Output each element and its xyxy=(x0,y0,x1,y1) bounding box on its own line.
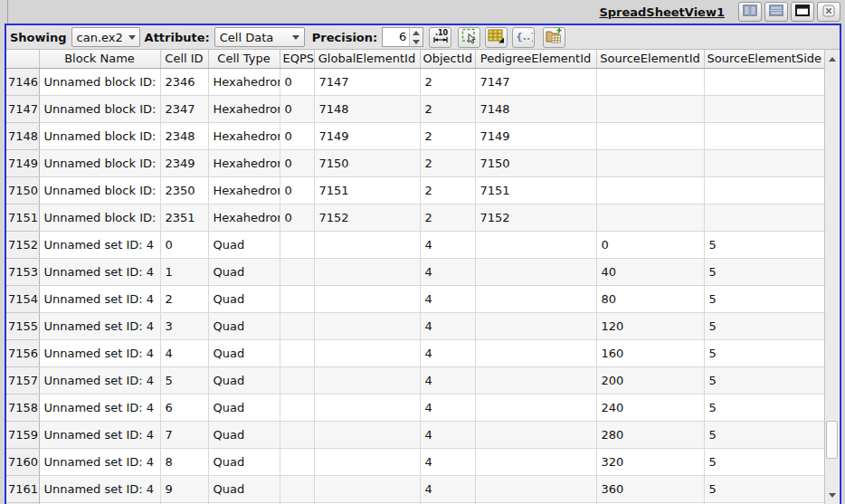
column-header-eqps[interactable]: EQPS xyxy=(280,50,314,68)
column-header-cell-type[interactable]: Cell Type xyxy=(208,50,280,68)
table-cell[interactable]: Unnamed set ID: 4 xyxy=(39,421,160,448)
table-cell[interactable]: 7150 xyxy=(475,149,596,176)
table-cell[interactable]: 120 xyxy=(596,312,704,339)
table-cell[interactable]: Quad xyxy=(208,448,280,475)
table-cell[interactable]: 7148 xyxy=(314,95,420,122)
table-cell[interactable] xyxy=(475,312,596,339)
table-cell[interactable] xyxy=(596,95,704,122)
table-cell[interactable]: 7147 xyxy=(475,68,596,95)
table-cell[interactable]: 5 xyxy=(704,421,824,448)
scroll-down-button[interactable] xyxy=(825,488,839,502)
table-cell[interactable] xyxy=(280,339,314,366)
table-cell[interactable]: 0 xyxy=(160,231,208,258)
spin-down-icon[interactable] xyxy=(413,40,420,44)
table-cell[interactable]: Unnamed block ID: 2 xyxy=(39,204,160,231)
row-header[interactable]: 7154 xyxy=(6,285,39,312)
close-button[interactable] xyxy=(817,2,840,22)
table-cell[interactable]: 8 xyxy=(160,448,208,475)
table-cell[interactable] xyxy=(280,475,314,502)
table-cell[interactable]: 0 xyxy=(280,95,314,122)
table-cell[interactable]: 5 xyxy=(704,394,824,421)
table-cell[interactable]: 80 xyxy=(596,285,704,312)
table-cell[interactable]: Quad xyxy=(208,366,280,394)
table-cell[interactable]: Unnamed set ID: 4 xyxy=(39,339,160,366)
table-cell[interactable]: 4 xyxy=(420,475,475,502)
table-cell[interactable]: 0 xyxy=(280,204,314,231)
row-header[interactable]: 7147 xyxy=(6,95,39,122)
table-cell[interactable] xyxy=(596,68,704,95)
table-cell[interactable]: 200 xyxy=(596,366,704,394)
table-cell[interactable]: 0 xyxy=(280,122,314,149)
table-cell[interactable]: 2347 xyxy=(160,95,208,122)
table-cell[interactable] xyxy=(475,448,596,475)
table-cell[interactable]: Unnamed set ID: 4 xyxy=(39,258,160,285)
table-cell[interactable] xyxy=(704,204,824,231)
row-header[interactable]: 7148 xyxy=(6,122,39,149)
table-cell[interactable]: 1 xyxy=(160,258,208,285)
maximize-button[interactable] xyxy=(791,2,814,22)
table-cell[interactable]: 240 xyxy=(596,394,704,421)
table-cell[interactable] xyxy=(475,475,596,502)
table-cell[interactable] xyxy=(314,448,420,475)
row-header[interactable]: 7155 xyxy=(6,312,39,339)
table-cell[interactable]: Unnamed block ID: 2 xyxy=(39,122,160,149)
table-cell[interactable] xyxy=(596,204,704,231)
table-cell[interactable]: 5 xyxy=(704,258,824,285)
table-cell[interactable]: Unnamed set ID: 4 xyxy=(39,448,160,475)
table-cell[interactable]: 4 xyxy=(420,421,475,448)
table-cell[interactable]: 2351 xyxy=(160,204,208,231)
table-cell[interactable]: 7147 xyxy=(314,68,420,95)
table-cell[interactable]: Unnamed set ID: 4 xyxy=(39,285,160,312)
table-cell[interactable] xyxy=(280,285,314,312)
table-cell[interactable] xyxy=(596,122,704,149)
table-cell[interactable]: 7149 xyxy=(475,122,596,149)
table-cell[interactable]: Quad xyxy=(208,394,280,421)
table-cell[interactable]: 2346 xyxy=(160,68,208,95)
table-cell[interactable]: 4 xyxy=(420,312,475,339)
table-cell[interactable]: 0 xyxy=(280,68,314,95)
row-header[interactable]: 7156 xyxy=(6,339,39,366)
table-cell[interactable]: 7152 xyxy=(475,204,596,231)
table-cell[interactable]: 360 xyxy=(596,475,704,502)
row-header[interactable]: 7159 xyxy=(6,421,39,448)
table-cell[interactable] xyxy=(280,258,314,285)
table-cell[interactable] xyxy=(704,68,824,95)
table-cell[interactable]: 5 xyxy=(160,366,208,394)
table-cell[interactable]: 7151 xyxy=(314,176,420,204)
table-cell[interactable]: 320 xyxy=(596,448,704,475)
table-cell[interactable]: Quad xyxy=(208,285,280,312)
table-cell[interactable] xyxy=(314,285,420,312)
table-cell[interactable] xyxy=(280,421,314,448)
table-cell[interactable]: Unnamed block ID: 2 xyxy=(39,95,160,122)
table-cell[interactable]: 7151 xyxy=(475,176,596,204)
table-cell[interactable] xyxy=(314,258,420,285)
table-cell[interactable] xyxy=(314,312,420,339)
spin-up-icon[interactable] xyxy=(413,31,420,35)
precision-value[interactable]: 6 xyxy=(383,28,409,46)
table-cell[interactable]: Quad xyxy=(208,339,280,366)
table-cell[interactable]: 6 xyxy=(160,394,208,421)
table-cell[interactable]: Unnamed set ID: 4 xyxy=(39,475,160,502)
table-cell[interactable]: 7148 xyxy=(475,95,596,122)
table-cell[interactable]: 4 xyxy=(420,366,475,394)
table-cell[interactable]: 4 xyxy=(420,258,475,285)
column-header-sourceelementside[interactable]: SourceElementSide xyxy=(704,50,824,68)
table-cell[interactable]: 2 xyxy=(160,285,208,312)
row-header[interactable]: 7158 xyxy=(6,394,39,421)
table-cell[interactable]: 5 xyxy=(704,366,824,394)
table-cell[interactable] xyxy=(704,95,824,122)
table-cell[interactable]: 5 xyxy=(704,448,824,475)
table-cell[interactable] xyxy=(280,366,314,394)
table-cell[interactable] xyxy=(314,366,420,394)
table-cell[interactable]: 2348 xyxy=(160,122,208,149)
precision-spinbox[interactable]: 6 xyxy=(382,27,423,47)
table-cell[interactable] xyxy=(475,366,596,394)
table-cell[interactable]: 280 xyxy=(596,421,704,448)
table-cell[interactable] xyxy=(475,285,596,312)
table-cell[interactable]: Unnamed set ID: 4 xyxy=(39,394,160,421)
toggle-fixed-representation-button[interactable]: .10 xyxy=(429,27,451,48)
table-cell[interactable] xyxy=(475,258,596,285)
export-spreadsheet-button[interactable] xyxy=(543,27,565,48)
table-cell[interactable]: 0 xyxy=(280,176,314,204)
column-header-globalelementid[interactable]: GlobalElementId xyxy=(314,50,420,68)
